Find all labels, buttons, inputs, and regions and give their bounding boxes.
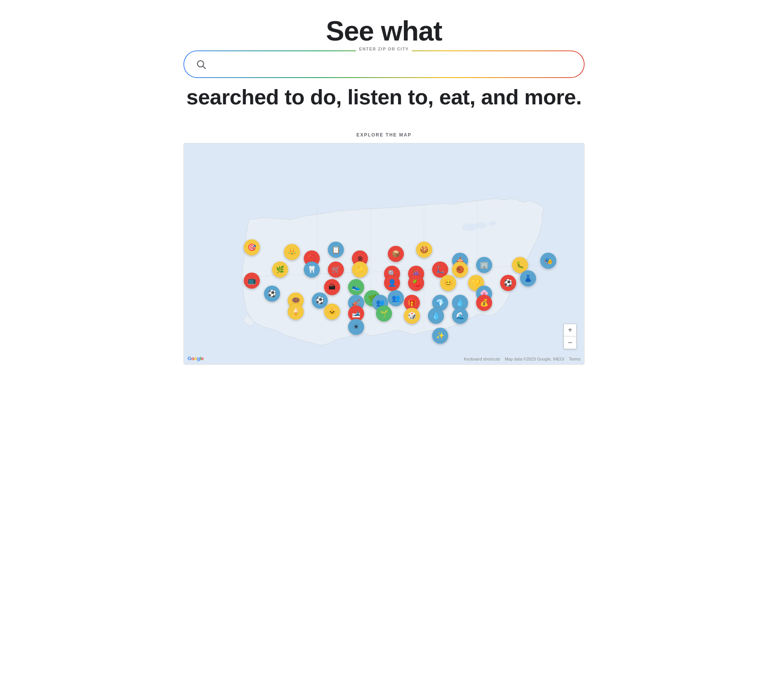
map-pin[interactable]: 💰 [476,295,492,311]
map-pin[interactable]: 📦 [388,246,404,262]
map-pin[interactable]: 🦷 [304,261,320,278]
terms-link[interactable]: Terms [569,357,580,361]
map-pin[interactable]: 👤 [384,275,400,291]
search-section: ENTER ZIP OR CITY [183,50,585,78]
map-pin[interactable]: 🐱 [324,304,340,320]
map-pin[interactable]: 👑 [284,244,300,260]
keyboard-shortcuts-link[interactable]: Keyboard shortcuts [464,357,500,361]
map-pin[interactable]: 🏀 [452,261,468,278]
map-pin[interactable]: 🎯 [244,239,260,255]
search-icon [196,59,206,70]
map-pin[interactable]: ✨ [432,328,448,344]
search-bar-wrapper [183,50,585,78]
explore-label: EXPLORE THE MAP [356,132,412,138]
map-pin[interactable]: ⚽ [500,275,516,291]
map-pin[interactable]: 😊 [440,275,456,291]
map-pin[interactable]: 🏔 [324,279,340,295]
map-pin[interactable]: 🏢 [476,257,492,273]
map-pin[interactable]: 🌿 [272,261,288,278]
map-data-label: Map data ©2023 Google, INEGI [505,357,564,361]
map-pin[interactable]: 📺 [244,273,260,289]
page-container: See what ENTER ZIP OR CITY searched to d… [164,0,604,388]
svg-point-5 [489,221,496,226]
map-pin[interactable]: 🎭 [540,253,556,269]
map-pin[interactable]: 🍦 [288,304,304,320]
svg-line-1 [203,66,205,68]
map-pin[interactable]: 📋 [328,242,344,258]
map-pin[interactable]: ☀ [348,319,364,335]
map-pin[interactable]: ⚽ [264,286,280,302]
map-pin[interactable]: 🎲 [404,308,420,324]
map-pin[interactable]: 🍓 [408,275,424,291]
map-container: 🎯👑🚫📋⊗📦🍪🎪🌿🦷🛒✨🔍🍇🛴🏀🏢🐛🎭📺🏔👟👤🍓😊💛⚽👗⚽🌿👥🌸🍩⚽🎻👥🎁💎💧💰… [183,143,585,365]
map-pin[interactable]: 🛒 [328,261,344,278]
map-pin[interactable]: 👥 [388,290,404,306]
zoom-out-button[interactable]: − [564,336,576,349]
map-pin[interactable]: ✨ [352,261,368,278]
headline-top: See what [326,15,442,47]
map-google-logo: Google [188,356,204,361]
map-pin[interactable]: 💧 [428,308,444,324]
map-controls: + − [564,324,577,349]
map-pin[interactable]: 🍪 [416,242,432,258]
map-pin[interactable]: 👟 [348,279,364,295]
svg-point-3 [462,224,477,231]
svg-point-4 [475,223,487,229]
map-footer-right: Keyboard shortcuts Map data ©2023 Google… [464,357,580,361]
search-bar [185,52,583,76]
map-pin[interactable]: 🌱 [376,305,392,322]
map-pin[interactable]: 👗 [520,270,536,286]
zoom-in-button[interactable]: + [564,324,576,336]
search-label: ENTER ZIP OR CITY [356,47,412,51]
search-input[interactable] [212,59,572,69]
map-pin[interactable]: 🌊 [452,308,468,324]
headline-bottom: searched to do, listen to, eat, and more… [186,85,582,109]
